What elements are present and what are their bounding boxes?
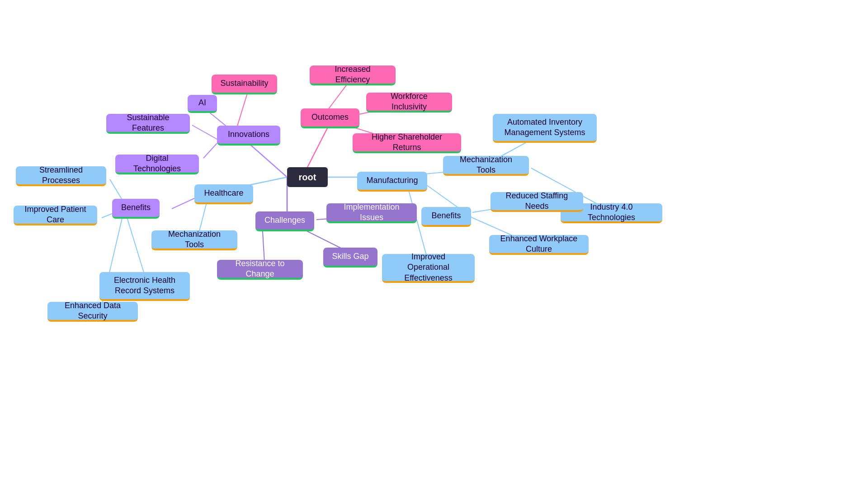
enhanced-workplace-label: Enhanced Workplace Culture (496, 234, 581, 255)
outcomes-node[interactable]: Outcomes (301, 108, 359, 128)
workforce-inclusivity-label: Workforce Inclusivity (373, 91, 445, 113)
automated-inventory-label: Automated Inventory Management Systems (500, 117, 590, 138)
sustainability-label: Sustainability (220, 78, 268, 89)
healthcare-label: Healthcare (204, 188, 243, 198)
mechanization-tools-hc-node[interactable]: Mechanization Tools (151, 230, 237, 250)
mechanization-tools-mfg-node[interactable]: Mechanization Tools (443, 156, 529, 176)
resistance-to-change-label: Resistance to Change (224, 258, 296, 280)
workforce-inclusivity-node[interactable]: Workforce Inclusivity (366, 93, 452, 113)
reduced-staffing-label: Reduced Staffing Needs (498, 191, 576, 212)
ai-label: AI (198, 98, 206, 108)
implementation-issues-label: Implementation Issues (334, 202, 410, 223)
mechanization-tools-hc-label: Mechanization Tools (159, 229, 230, 250)
root-label: root (299, 171, 316, 183)
outcomes-label: Outcomes (311, 112, 349, 122)
enhanced-data-security-node[interactable]: Enhanced Data Security (47, 302, 138, 322)
benefits-mfg-label: Benefits (431, 211, 461, 221)
streamlined-processes-label: Streamlined Processes (23, 165, 99, 186)
enhanced-workplace-node[interactable]: Enhanced Workplace Culture (489, 235, 589, 255)
automated-inventory-node[interactable]: Automated Inventory Management Systems (493, 114, 597, 143)
streamlined-processes-node[interactable]: Streamlined Processes (16, 166, 106, 186)
svg-line-7 (203, 143, 217, 158)
increased-efficiency-node[interactable]: Increased Efficiency (310, 66, 396, 85)
manufacturing-label: Manufacturing (366, 175, 418, 186)
skills-gap-label: Skills Gap (332, 251, 368, 262)
svg-line-0 (249, 143, 287, 177)
sustainability-node[interactable]: Sustainability (212, 75, 277, 94)
benefits-mfg-node[interactable]: Benefits (421, 207, 471, 227)
innovations-node[interactable]: Innovations (217, 126, 280, 145)
increased-efficiency-label: Increased Efficiency (317, 64, 388, 85)
higher-shareholder-returns-label: Higher Shareholder Returns (360, 132, 454, 153)
higher-shareholder-returns-node[interactable]: Higher Shareholder Returns (353, 133, 461, 153)
svg-line-1 (307, 123, 330, 167)
challenges-label: Challenges (264, 215, 305, 225)
ai-node[interactable]: AI (188, 95, 217, 113)
svg-line-6 (192, 125, 217, 139)
sustainable-features-node[interactable]: Sustainable Features (106, 114, 190, 134)
benefits-healthcare-label: Benefits (121, 202, 151, 213)
root-node[interactable]: root (287, 167, 328, 187)
improved-operational-node[interactable]: Improved Operational Effectiveness (382, 254, 475, 283)
benefits-healthcare-node[interactable]: Benefits (112, 199, 160, 219)
improved-operational-label: Improved Operational Effectiveness (389, 252, 467, 283)
resistance-to-change-node[interactable]: Resistance to Change (217, 260, 303, 280)
healthcare-node[interactable]: Healthcare (194, 184, 253, 204)
sustainable-features-label: Sustainable Features (113, 113, 183, 134)
manufacturing-node[interactable]: Manufacturing (357, 172, 427, 192)
mechanization-tools-mfg-label: Mechanization Tools (450, 155, 522, 176)
innovations-label: Innovations (228, 129, 269, 140)
electronic-health-record-label: Electronic Health Record Systems (107, 275, 183, 296)
implementation-issues-node[interactable]: Implementation Issues (326, 203, 417, 223)
improved-patient-care-label: Improved Patient Care (21, 204, 90, 225)
skills-gap-node[interactable]: Skills Gap (323, 248, 377, 267)
enhanced-data-security-label: Enhanced Data Security (55, 300, 131, 322)
digital-technologies-node[interactable]: Digital Technologies (115, 155, 199, 174)
electronic-health-record-node[interactable]: Electronic Health Record Systems (99, 272, 190, 301)
reduced-staffing-node[interactable]: Reduced Staffing Needs (491, 192, 583, 212)
improved-patient-care-node[interactable]: Improved Patient Care (14, 206, 97, 225)
challenges-node[interactable]: Challenges (255, 211, 314, 231)
digital-technologies-label: Digital Technologies (123, 153, 192, 174)
